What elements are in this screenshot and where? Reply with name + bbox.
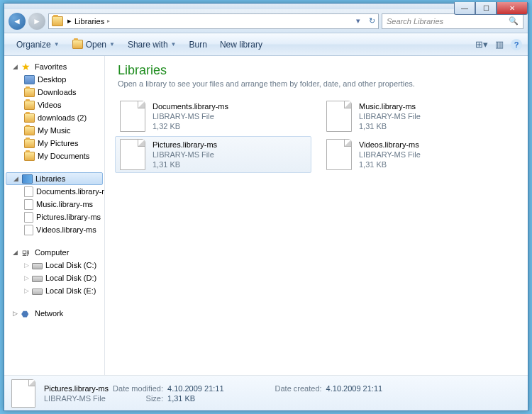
nav-item-videos[interactable]: Videos [4,99,104,111]
close-button[interactable]: ✕ [497,2,528,15]
file-icon [326,101,352,132]
navigation-pane: ◢★Favorites Desktop Downloads Videos dow… [4,56,105,375]
nav-item-mydocs[interactable]: My Documents [4,150,104,162]
address-dropdown[interactable]: ▾ ↻ [356,16,375,26]
breadcrumb-location[interactable]: Libraries [74,17,104,26]
nav-item-lib-music[interactable]: Music.library-ms [4,198,104,211]
file-icon [120,139,145,170]
network-header[interactable]: ▷⬣Network [4,307,104,320]
search-input[interactable]: Search Libraries 🔍 [382,13,523,29]
titlebar: — ☐ ✕ [4,4,528,9]
help-icon[interactable]: ? [511,39,522,50]
folder-icon [24,126,35,135]
file-list: Documents.library-ms LIBRARY-MS File 1,3… [105,94,528,375]
file-item-videos[interactable]: Videos.library-ms LIBRARY-MS File 1,31 K… [321,136,518,173]
nav-item-lib-videos[interactable]: Videos.library-ms [4,223,104,236]
folder-icon [24,139,35,148]
nav-item-desktop[interactable]: Desktop [4,73,104,86]
desktop-icon [24,75,35,84]
organize-button[interactable]: Organize▼ [10,33,66,55]
file-item-documents[interactable]: Documents.library-ms LIBRARY-MS File 1,3… [115,98,311,135]
nav-item-drive-d[interactable]: ▷Local Disk (D:) [4,272,104,284]
file-size: 1,31 KB [359,121,421,131]
address-box[interactable]: ▸ Libraries ▸ ▾ ↻ [48,13,379,29]
nav-item-mymusic[interactable]: My Music [4,124,104,137]
address-bar: ◄ ► ▸ Libraries ▸ ▾ ↻ Search Libraries 🔍 [4,9,528,33]
drive-icon [32,263,43,269]
status-size: 1,31 KB [167,394,224,403]
breadcrumb-sep: ▸ [67,16,72,26]
file-icon [24,225,33,235]
file-icon [326,139,352,170]
nav-item-drive-c[interactable]: ▷Local Disk (C:) [4,259,104,272]
file-icon [24,212,33,223]
file-type: LIBRARY-MS File [153,150,217,160]
drive-icon [32,276,43,282]
explorer-window: — ☐ ✕ ◄ ► ▸ Libraries ▸ ▾ ↻ Search Libra… [4,3,528,411]
search-placeholder: Search Libraries [387,17,443,26]
nav-item-mypictures[interactable]: My Pictures [4,137,104,150]
file-type: LIBRARY-MS File [359,111,421,121]
status-modified-label: Date modified: [113,384,163,393]
folder-icon [24,88,35,97]
nav-item-lib-documents[interactable]: Documents.library-m [4,185,104,198]
folder-icon [72,40,83,49]
file-icon [24,199,33,210]
search-icon[interactable]: 🔍 [509,16,519,26]
file-item-pictures[interactable]: Pictures.library-ms LIBRARY-MS File 1,31… [115,136,311,173]
maximize-button[interactable]: ☐ [475,2,497,15]
star-icon: ★ [21,62,32,72]
computer-icon: 🖳 [21,248,32,257]
computer-header[interactable]: ◢🖳Computer [4,246,104,259]
back-button[interactable]: ◄ [9,13,26,30]
favorites-header[interactable]: ◢★Favorites [4,60,104,73]
new-library-button[interactable]: New library [214,33,269,55]
breadcrumb-more[interactable]: ▸ [107,18,110,24]
file-type: LIBRARY-MS File [153,111,228,121]
open-button[interactable]: Open▼ [66,33,121,55]
file-icon [24,186,33,197]
details-pane: Pictures.library-ms Date modified: 4.10.… [4,375,528,410]
status-file-name: Pictures.library-ms [44,384,109,393]
minimize-button[interactable]: — [454,2,475,15]
nav-item-lib-pictures[interactable]: Pictures.library-ms [4,211,104,223]
file-name: Music.library-ms [359,101,421,111]
burn-button[interactable]: Burn [183,33,214,55]
share-button[interactable]: Share with▼ [121,33,183,55]
nav-item-drive-e[interactable]: ▷Local Disk (E:) [4,284,104,297]
status-created: 4.10.2009 21:11 [326,384,383,393]
forward-button[interactable]: ► [28,13,45,30]
window-controls: — ☐ ✕ [454,2,528,15]
refresh-icon[interactable]: ↻ [369,16,375,26]
view-options-icon[interactable]: ⊞▾ [475,39,488,50]
content-area: ◢★Favorites Desktop Downloads Videos dow… [4,56,528,375]
file-name: Documents.library-ms [153,101,228,111]
main-pane: Libraries Open a library to see your fil… [105,56,528,375]
status-created-label: Date created: [275,384,322,393]
folder-icon [24,113,35,123]
folder-icon [52,16,63,26]
drive-icon [32,289,43,295]
page-subtitle: Open a library to see your files and arr… [118,79,515,88]
preview-pane-icon[interactable]: ▥ [495,39,504,50]
file-size: 1,31 KB [359,160,421,169]
file-name: Pictures.library-ms [153,140,217,150]
file-item-music[interactable]: Music.library-ms LIBRARY-MS File 1,31 KB [321,98,518,135]
file-size: 1,32 KB [153,121,228,131]
libraries-header[interactable]: ◢Libraries [6,172,103,185]
status-file-type: LIBRARY-MS File [44,394,109,403]
folder-icon [24,101,35,110]
file-type: LIBRARY-MS File [359,150,421,160]
file-name: Videos.library-ms [359,140,421,150]
status-size-label: Size: [113,394,163,403]
libraries-icon [22,174,33,184]
toolbar: Organize▼ Open▼ Share with▼ Burn New lib… [4,33,528,56]
page-title: Libraries [118,63,515,78]
file-icon [120,101,145,132]
status-modified: 4.10.2009 21:11 [167,384,224,393]
nav-item-downloads2[interactable]: downloads (2) [4,111,104,124]
nav-item-downloads[interactable]: Downloads [4,86,104,99]
file-size: 1,31 KB [153,160,217,169]
folder-icon [24,152,35,161]
file-icon [11,379,35,408]
